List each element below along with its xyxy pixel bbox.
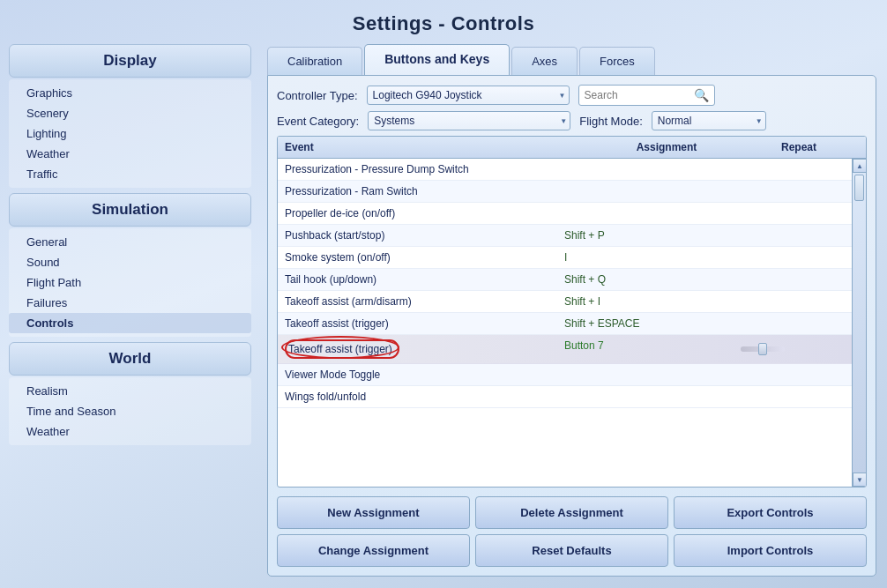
repeat-cell — [741, 206, 829, 220]
reset-defaults-button[interactable]: Reset Defaults — [475, 534, 668, 567]
content-panel: Calibration Buttons and Keys Axes Forces… — [260, 44, 887, 584]
table-row[interactable]: Pressurization - Ram Switch — [278, 181, 852, 203]
event-cell: Takeoff assist (trigger) — [285, 316, 564, 331]
table-row[interactable]: Takeoff assist (arm/disarm) Shift + I — [278, 291, 852, 313]
col-repeat: Repeat — [755, 141, 843, 153]
event-category-select[interactable]: Systems — [368, 111, 570, 130]
change-assignment-button[interactable]: Change Assignment — [277, 534, 470, 567]
import-controls-button[interactable]: Import Controls — [674, 534, 867, 567]
repeat-slider[interactable] — [741, 346, 785, 352]
search-input[interactable] — [585, 89, 690, 101]
sidebar-item-weather-world[interactable]: Weather — [9, 421, 251, 442]
sidebar: Display Graphics Scenery Lighting Weathe… — [0, 44, 260, 584]
sidebar-items-display: Graphics Scenery Lighting Weather Traffi… — [9, 79, 251, 188]
assignment-cell — [564, 206, 741, 220]
tab-forces[interactable]: Forces — [579, 47, 655, 75]
sidebar-item-realism[interactable]: Realism — [9, 381, 251, 401]
repeat-cell — [741, 316, 829, 331]
event-cell: Wings fold/unfold — [285, 390, 564, 404]
repeat-cell — [741, 390, 829, 404]
repeat-cell — [741, 294, 829, 309]
new-assignment-button[interactable]: New Assignment — [277, 496, 470, 529]
repeat-cell — [741, 184, 829, 198]
col-event: Event — [285, 141, 578, 153]
repeat-cell — [741, 250, 829, 264]
assignment-cell: Shift + Q — [564, 272, 741, 287]
sidebar-section-simulation: Simulation General Sound Flight Path Fai… — [9, 193, 251, 337]
event-cell: Pushback (start/stop) — [285, 228, 564, 242]
page-title: Settings - Controls — [0, 0, 887, 44]
repeat-cell — [741, 272, 829, 287]
event-category-label: Event Category: — [277, 115, 359, 128]
flight-mode-select-wrapper: Normal Advanced — [652, 111, 766, 130]
tab-buttons-and-keys[interactable]: Buttons and Keys — [364, 44, 510, 75]
flight-mode-label: Flight Mode: — [579, 115, 643, 128]
table-row[interactable]: Viewer Mode Toggle — [278, 364, 852, 386]
scrollbar-down-button[interactable]: ▼ — [853, 473, 866, 487]
event-cell: Smoke system (on/off) — [285, 250, 564, 264]
sidebar-item-scenery[interactable]: Scenery — [9, 103, 251, 123]
table-row[interactable]: Pushback (start/stop) Shift + P — [278, 225, 852, 247]
event-cell: Propeller de-ice (on/off) — [285, 206, 564, 220]
assignment-cell-highlighted: Button 7 — [564, 339, 741, 360]
sidebar-item-traffic[interactable]: Traffic — [9, 164, 251, 184]
sidebar-section-title-world: World — [9, 342, 251, 376]
event-cell-highlighted: Takeoff assist (trigger) — [285, 339, 564, 360]
flight-mode-select[interactable]: Normal Advanced — [652, 111, 766, 130]
assignment-cell — [564, 162, 741, 176]
assignment-cell — [564, 184, 741, 198]
sidebar-item-sound[interactable]: Sound — [9, 252, 251, 272]
search-box: 🔍 — [578, 85, 715, 106]
tab-calibration[interactable]: Calibration — [267, 47, 362, 75]
table-body: Pressurization - Pressure Dump Switch Pr… — [278, 159, 852, 487]
sidebar-item-lighting[interactable]: Lighting — [9, 123, 251, 144]
scrollbar-up-button[interactable]: ▲ — [853, 159, 866, 173]
repeat-cell — [741, 368, 829, 382]
bottom-buttons: New Assignment Delete Assignment Export … — [277, 496, 867, 567]
event-cell: Pressurization - Ram Switch — [285, 184, 564, 198]
sidebar-item-time-and-season[interactable]: Time and Season — [9, 401, 251, 421]
controller-type-row: Controller Type: Logitech G940 Joystick … — [277, 85, 867, 106]
controller-type-select[interactable]: Logitech G940 Joystick — [367, 86, 570, 105]
table-row[interactable]: Smoke system (on/off) I — [278, 247, 852, 269]
table-row[interactable]: Wings fold/unfold — [278, 386, 852, 408]
col-assignment: Assignment — [578, 141, 755, 153]
sidebar-section-title-display: Display — [9, 44, 251, 78]
controller-type-label: Controller Type: — [277, 89, 358, 102]
sidebar-item-flight-path[interactable]: Flight Path — [9, 272, 251, 293]
scrollbar-track — [853, 173, 866, 473]
table-row[interactable]: Tail hook (up/down) Shift + Q — [278, 269, 852, 291]
sidebar-item-general[interactable]: General — [9, 232, 251, 252]
repeat-cell-highlighted — [741, 339, 829, 360]
event-cell: Pressurization - Pressure Dump Switch — [285, 162, 564, 176]
scrollbar-thumb[interactable] — [854, 175, 864, 201]
event-category-row: Event Category: Systems Flight Mode: Nor… — [277, 111, 867, 130]
sidebar-item-controls[interactable]: Controls — [9, 313, 251, 333]
event-cell: Takeoff assist (arm/disarm) — [285, 294, 564, 309]
tab-axes[interactable]: Axes — [511, 47, 578, 75]
assignment-cell — [564, 390, 741, 404]
table-row[interactable]: Propeller de-ice (on/off) — [278, 203, 852, 225]
sidebar-item-graphics[interactable]: Graphics — [9, 83, 251, 103]
event-category-select-wrapper: Systems — [368, 111, 570, 130]
assignment-cell: Shift + I — [564, 294, 741, 309]
export-controls-button[interactable]: Export Controls — [674, 496, 867, 529]
assignment-cell: I — [564, 250, 741, 264]
settings-panel: Controller Type: Logitech G940 Joystick … — [267, 75, 876, 577]
table-row[interactable]: Takeoff assist (trigger) Shift + ESPACE — [278, 313, 852, 335]
table-header: Event Assignment Repeat — [278, 137, 866, 159]
sidebar-section-world: World Realism Time and Season Weather — [9, 342, 251, 445]
table-row-highlighted[interactable]: Takeoff assist (trigger) Button 7 — [278, 335, 852, 364]
sidebar-item-failures[interactable]: Failures — [9, 293, 251, 313]
table-row[interactable]: Pressurization - Pressure Dump Switch — [278, 159, 852, 181]
sidebar-items-world: Realism Time and Season Weather — [9, 377, 251, 445]
assignment-cell: Shift + ESPACE — [564, 316, 741, 331]
sidebar-items-simulation: General Sound Flight Path Failures Contr… — [9, 228, 251, 337]
delete-assignment-button[interactable]: Delete Assignment — [475, 496, 668, 529]
event-cell: Viewer Mode Toggle — [285, 368, 564, 382]
sidebar-item-weather-display[interactable]: Weather — [9, 144, 251, 164]
repeat-cell — [741, 162, 829, 176]
slider-thumb — [758, 343, 767, 355]
events-table: Event Assignment Repeat Pressurization -… — [277, 136, 867, 488]
assignment-cell: Shift + P — [564, 228, 741, 242]
